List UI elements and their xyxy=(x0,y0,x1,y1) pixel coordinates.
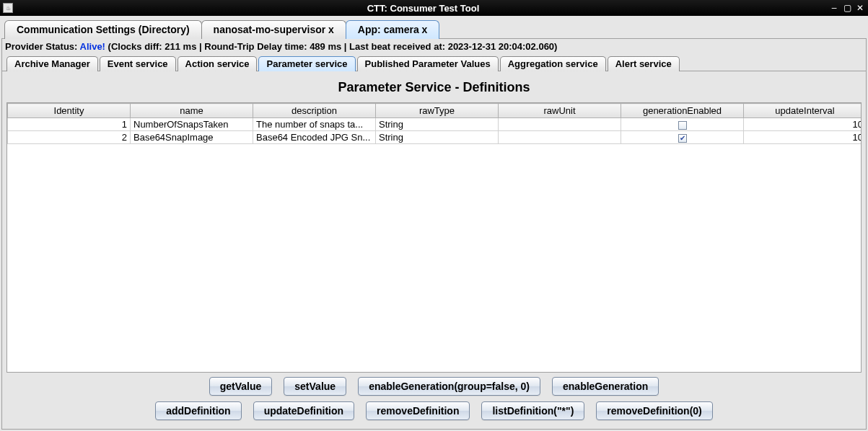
enablegeneration-group-button[interactable]: enableGeneration(group=false, 0) xyxy=(358,377,540,396)
tab-nanosat-supervisor[interactable]: nanosat-mo-supervisor x xyxy=(201,20,346,39)
cell-name[interactable]: NumberOfSnapsTaken xyxy=(131,118,253,131)
cell-rawtype[interactable]: String xyxy=(376,118,499,131)
cell-updateinterval[interactable]: 10 xyxy=(744,118,862,131)
inner-tab-bar: Archive Manager Event service Action ser… xyxy=(2,54,866,71)
table-row[interactable]: 2 Base64SnapImage Base64 Encoded JPG Sn.… xyxy=(8,131,862,144)
tab-label: Archive Manager xyxy=(14,58,90,69)
removedefinition-button[interactable]: removeDefinition xyxy=(366,401,470,420)
tab-archive-manager[interactable]: Archive Manager xyxy=(6,56,98,71)
tab-label: Event service xyxy=(108,58,168,69)
cell-identity[interactable]: 2 xyxy=(8,131,131,144)
tab-label: Published Parameter Values xyxy=(365,58,491,69)
cell-rawtype[interactable]: String xyxy=(376,131,499,144)
status-details: (Clocks diff: 211 ms | Round-Trip Delay … xyxy=(105,41,557,52)
col-rawtype[interactable]: rawType xyxy=(376,104,499,118)
cell-rawunit[interactable] xyxy=(499,131,621,144)
tab-label: Aggregation service xyxy=(508,58,598,69)
button-row-1: getValue setValue enableGeneration(group… xyxy=(209,377,659,396)
minimize-icon[interactable]: – xyxy=(829,3,839,13)
setvalue-button[interactable]: setValue xyxy=(284,377,346,396)
col-name[interactable]: name xyxy=(131,104,253,118)
col-description[interactable]: description xyxy=(253,104,376,118)
titlebar: ♨ CTT: Consumer Test Tool – ▢ ✕ xyxy=(0,0,868,16)
definitions-table-wrap: Identity name description rawType rawUni… xyxy=(6,102,862,373)
tab-event-service[interactable]: Event service xyxy=(100,56,176,71)
cell-description[interactable]: Base64 Encoded JPG Sn... xyxy=(253,131,376,144)
tab-parameter-service[interactable]: Parameter service xyxy=(258,56,355,71)
checkbox-icon[interactable] xyxy=(678,121,687,130)
definitions-table[interactable]: Identity name description rawType rawUni… xyxy=(7,103,862,144)
status-prefix: Provider Status: xyxy=(5,41,80,52)
tab-label: Parameter service xyxy=(266,58,347,69)
cell-identity[interactable]: 1 xyxy=(8,118,131,131)
window-title: CTT: Consumer Test Tool xyxy=(17,3,829,14)
cell-generationenabled[interactable] xyxy=(621,118,744,131)
checkbox-checked-icon[interactable]: ✔ xyxy=(678,134,687,143)
table-row[interactable]: 1 NumberOfSnapsTaken The number of snaps… xyxy=(8,118,862,131)
tab-app-camera[interactable]: App: camera x xyxy=(346,20,439,39)
tab-label: nanosat-mo-supervisor x xyxy=(214,24,334,35)
cell-name[interactable]: Base64SnapImage xyxy=(131,131,253,144)
updatedefinition-button[interactable]: updateDefinition xyxy=(253,401,354,420)
status-alive: Alive! xyxy=(80,41,105,52)
cell-generationenabled[interactable]: ✔ xyxy=(621,131,744,144)
tab-published-parameter-values[interactable]: Published Parameter Values xyxy=(357,56,499,71)
col-generationenabled[interactable]: generationEnabled xyxy=(621,104,744,118)
cell-updateinterval[interactable]: 10 xyxy=(744,131,862,144)
enablegeneration-button[interactable]: enableGeneration xyxy=(552,377,659,396)
tab-aggregation-service[interactable]: Aggregation service xyxy=(500,56,606,71)
button-row-2: addDefinition updateDefinition removeDef… xyxy=(155,401,713,420)
java-cup-icon: ♨ xyxy=(3,3,13,13)
pane-title: Parameter Service - Definitions xyxy=(6,80,862,95)
table-header-row: Identity name description rawType rawUni… xyxy=(8,104,862,118)
tab-label: App: camera x xyxy=(358,24,427,35)
tab-label: Alert service xyxy=(615,58,672,69)
removedefinition-zero-button[interactable]: removeDefinition(0) xyxy=(596,401,712,420)
outer-tab-bar: Communication Settings (Directory) nanos… xyxy=(1,17,867,39)
cell-description[interactable]: The number of snaps ta... xyxy=(253,118,376,131)
close-icon[interactable]: ✕ xyxy=(855,3,865,13)
listdefinition-button[interactable]: listDefinition("*") xyxy=(481,401,584,420)
maximize-icon[interactable]: ▢ xyxy=(842,3,852,13)
col-rawunit[interactable]: rawUnit xyxy=(499,104,621,118)
col-identity[interactable]: Identity xyxy=(8,104,131,118)
tab-communication-settings[interactable]: Communication Settings (Directory) xyxy=(4,20,202,39)
provider-status: Provider Status: Alive! (Clocks diff: 21… xyxy=(2,39,866,54)
tab-label: Action service xyxy=(185,58,250,69)
getvalue-button[interactable]: getValue xyxy=(209,377,273,396)
cell-rawunit[interactable] xyxy=(499,118,621,131)
col-updateinterval[interactable]: updateInterval xyxy=(744,104,862,118)
tab-label: Communication Settings (Directory) xyxy=(17,24,190,35)
tab-action-service[interactable]: Action service xyxy=(177,56,258,71)
tab-alert-service[interactable]: Alert service xyxy=(608,56,680,71)
adddefinition-button[interactable]: addDefinition xyxy=(155,401,241,420)
